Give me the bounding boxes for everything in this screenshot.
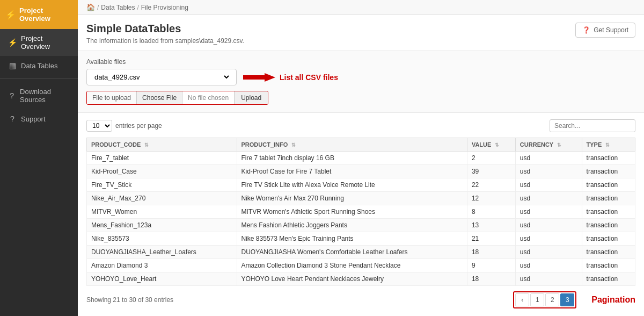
grid-icon: ▦: [8, 61, 17, 70]
sidebar-item-download-sources[interactable]: ? Download Sources: [0, 82, 78, 109]
table-cell-value: 12: [467, 192, 515, 205]
table-cell-currency: usd: [515, 178, 582, 192]
table-footer: Showing 21 to 30 of 30 entries ‹ 1 2 3 P…: [86, 291, 635, 308]
table-cell-type: transaction: [582, 152, 635, 165]
available-files-label: Available files: [86, 58, 635, 66]
search-input[interactable]: [550, 119, 635, 132]
pagination-wrapper: ‹ 1 2 3 Pagination: [513, 291, 635, 308]
question-icon: ?: [8, 91, 16, 100]
no-file-chosen: No file chosen: [182, 91, 235, 104]
table-cell-currency: usd: [515, 152, 582, 165]
table-cell-currency: usd: [515, 272, 582, 286]
sidebar-item-project-overview[interactable]: ⚡ Project Overview: [0, 29, 78, 56]
csv-annotation-text: List all CSV files: [280, 73, 338, 82]
table-row: Fire_TV_StickFire TV Stick Lite with Ale…: [87, 178, 635, 192]
table-cell-product_code: YOHOYO_Love_Heart: [87, 272, 237, 286]
table-cell-value: 21: [467, 232, 515, 246]
table-cell-product_code: DUOYANGJIASHA_Leather_Loafers: [87, 246, 237, 259]
sidebar-divider: [0, 78, 78, 79]
table-cell-product_info: Nike Women's Air Max 270 Running: [237, 192, 467, 205]
table-cell-type: transaction: [582, 178, 635, 192]
table-cell-value: 13: [467, 219, 515, 232]
bolt-icon: ⚡: [5, 10, 16, 20]
lightning-icon: ⚡: [8, 38, 17, 47]
pagination-page-3[interactable]: 3: [560, 293, 574, 306]
upload-button[interactable]: Upload: [235, 91, 268, 104]
upload-row: File to upload Choose File No file chose…: [86, 91, 268, 105]
table-cell-type: transaction: [582, 205, 635, 219]
sidebar-item-data-tables[interactable]: ▦ Data Tables: [0, 56, 78, 75]
table-row: Mens_Fashion_123aMens Fashion Athletic J…: [87, 219, 635, 232]
table-cell-value: 9: [467, 259, 515, 272]
table-cell-product_info: Fire 7 tablet 7inch display 16 GB: [237, 152, 467, 165]
table-cell-currency: usd: [515, 246, 582, 259]
table-cell-product_code: Nike_Air_Max_270: [87, 192, 237, 205]
table-cell-product_info: Amazon Collection Diamond 3 Stone Pendan…: [237, 259, 467, 272]
table-row: Fire_7_tabletFire 7 tablet 7inch display…: [87, 152, 635, 165]
entries-select[interactable]: 10 25 50: [86, 120, 112, 132]
table-row: Kid-Proof_CaseKid-Proof Case for Fire 7 …: [87, 165, 635, 178]
page-header: Simple DataTables The information is loa…: [78, 15, 644, 51]
breadcrumb-sep-1: /: [97, 4, 99, 11]
table-cell-product_code: Amazon Diamond 3: [87, 259, 237, 272]
col-header-value[interactable]: VALUE ⇅: [467, 138, 515, 152]
svg-marker-0: [243, 73, 275, 82]
table-cell-product_info: YOHOYO Love Heart Pendant Necklaces Jewe…: [237, 272, 467, 286]
table-cell-product_info: MITVR Women's Athletic Sport Running Sho…: [237, 205, 467, 219]
entries-control: 10 25 50 entries per page: [86, 120, 162, 132]
table-cell-product_code: Fire_TV_Stick: [87, 178, 237, 192]
table-cell-product_info: Mens Fashion Athletic Joggers Pants: [237, 219, 467, 232]
pagination-page-2[interactable]: 2: [545, 293, 559, 306]
table-header: PRODUCT_CODE ⇅ PRODUCT_INFO ⇅ VALUE ⇅ CU…: [87, 138, 635, 152]
file-select-input[interactable]: data_4929.csv: [92, 73, 231, 82]
page-subtitle: The information is loaded from samples\d…: [86, 37, 244, 45]
sidebar-item-support[interactable]: ? Support: [0, 109, 78, 128]
table-cell-product_code: Nike_835573: [87, 232, 237, 246]
table-cell-currency: usd: [515, 232, 582, 246]
table-cell-type: transaction: [582, 259, 635, 272]
breadcrumb-data-tables[interactable]: Data Tables: [101, 4, 135, 11]
table-cell-value: 8: [467, 205, 515, 219]
table-row: DUOYANGJIASHA_Leather_LoafersDUOYANGJIAS…: [87, 246, 635, 259]
table-cell-type: transaction: [582, 192, 635, 205]
pagination-page-1[interactable]: 1: [530, 293, 544, 306]
table-row: Nike_Air_Max_270Nike Women's Air Max 270…: [87, 192, 635, 205]
pagination-prev[interactable]: ‹: [515, 293, 529, 306]
get-support-button[interactable]: ❓ Get Support: [575, 23, 635, 38]
table-cell-value: 39: [467, 165, 515, 178]
table-cell-value: 18: [467, 272, 515, 286]
sidebar-item-label: Project Overview: [21, 34, 71, 51]
pagination-annotation: Pagination: [591, 295, 635, 305]
table-cell-type: transaction: [582, 272, 635, 286]
table-row: YOHOYO_Love_HeartYOHOYO Love Heart Penda…: [87, 272, 635, 286]
col-header-product-code[interactable]: PRODUCT_CODE ⇅: [87, 138, 237, 152]
col-header-product-info[interactable]: PRODUCT_INFO ⇅: [237, 138, 467, 152]
table-cell-type: transaction: [582, 246, 635, 259]
choose-file-button[interactable]: Choose File: [137, 91, 182, 104]
table-cell-value: 2: [467, 152, 515, 165]
breadcrumb: 🏠 / Data Tables / File Provisioning: [78, 0, 644, 15]
file-select-dropdown[interactable]: data_4929.csv: [86, 69, 237, 85]
table-controls: 10 25 50 entries per page: [86, 119, 635, 132]
table-header-row: PRODUCT_CODE ⇅ PRODUCT_INFO ⇅ VALUE ⇅ CU…: [87, 138, 635, 152]
sidebar-logo-label: Project Overview: [19, 6, 72, 23]
file-section: Available files data_4929.csv List all C…: [78, 51, 644, 113]
page-header-left: Simple DataTables The information is loa…: [86, 23, 244, 45]
table-cell-currency: usd: [515, 165, 582, 178]
col-header-type[interactable]: TYPE ⇅: [582, 138, 635, 152]
table-cell-product_info: Fire TV Stick Lite with Alexa Voice Remo…: [237, 178, 467, 192]
entries-label: entries per page: [115, 122, 162, 130]
table-section: 10 25 50 entries per page PRODUCT_CODE ⇅…: [78, 113, 644, 315]
table-row: MITVR_WomenMITVR Women's Athletic Sport …: [87, 205, 635, 219]
breadcrumb-sep-2: /: [137, 4, 139, 11]
table-cell-product_code: Mens_Fashion_123a: [87, 219, 237, 232]
table-body: Fire_7_tabletFire 7 tablet 7inch display…: [87, 152, 635, 286]
csv-annotation: List all CSV files: [243, 72, 338, 83]
arrow-icon: [243, 72, 275, 83]
col-header-currency[interactable]: CURRENCY ⇅: [515, 138, 582, 152]
table-cell-value: 22: [467, 178, 515, 192]
data-table: PRODUCT_CODE ⇅ PRODUCT_INFO ⇅ VALUE ⇅ CU…: [86, 138, 635, 286]
sidebar: ⚡ Project Overview ⚡ Project Overview ▦ …: [0, 0, 78, 316]
table-cell-product_info: DUOYANGJIASHA Women's Comfortable Leathe…: [237, 246, 467, 259]
file-select-row: data_4929.csv List all CSV files: [86, 69, 635, 85]
